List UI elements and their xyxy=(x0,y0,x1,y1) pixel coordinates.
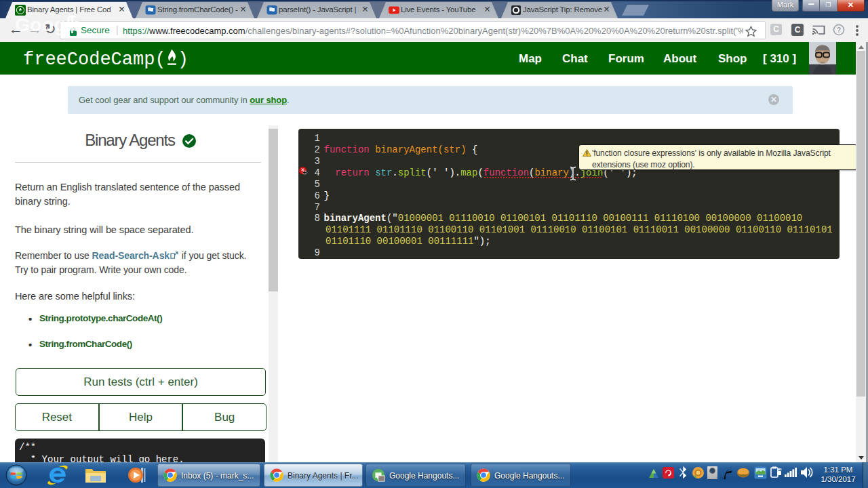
svg-text:?: ? xyxy=(837,26,841,34)
